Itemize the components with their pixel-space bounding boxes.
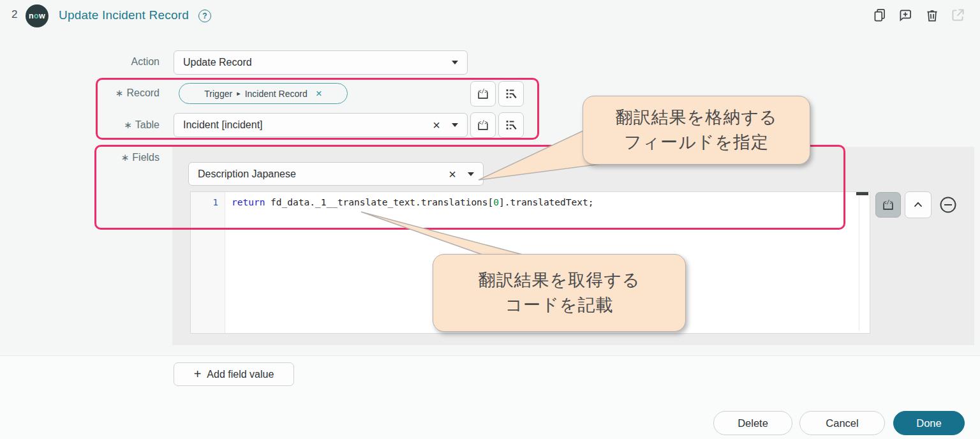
field-clear-icon[interactable]: × — [449, 168, 456, 181]
collapse-field-button[interactable] — [905, 191, 932, 218]
delete-button[interactable]: Delete — [713, 411, 792, 435]
record-label: ∗Record — [77, 87, 160, 99]
record-data-pill-picker-button[interactable] — [498, 81, 524, 107]
delete-trash-icon[interactable] — [924, 7, 940, 26]
action-select[interactable]: Update Record — [174, 50, 468, 75]
remove-field-icon[interactable] — [938, 195, 958, 218]
pill-scope: Trigger — [204, 89, 232, 99]
logo-letter: n — [29, 11, 34, 20]
delete-button-label: Delete — [738, 417, 768, 429]
action-title: Update Incident Record — [59, 8, 189, 22]
line-number: 1 — [213, 197, 218, 207]
pill-arrow-icon: ▸ — [237, 89, 241, 98]
table-select[interactable]: Incident [incident] × — [174, 113, 468, 137]
svg-text:</>: </> — [479, 88, 488, 94]
svg-text:</>: </> — [479, 119, 488, 126]
field-name-select[interactable]: Description Japanese × — [188, 162, 484, 186]
action-select-value: Update Record — [183, 57, 452, 68]
editor-gutter: 1 — [191, 192, 225, 333]
help-glyph: ? — [202, 11, 207, 20]
svg-text:</>: </> — [884, 199, 893, 205]
required-marker: ∗ — [124, 119, 132, 130]
code-number: 0 — [493, 197, 499, 207]
required-marker: ∗ — [121, 152, 130, 163]
duplicate-icon[interactable] — [872, 7, 888, 26]
code-keyword: return — [232, 197, 265, 207]
code-line[interactable]: return fd_data._1__translate_text.transl… — [232, 197, 593, 207]
record-data-pill[interactable]: Trigger ▸ Incident Record × — [179, 83, 348, 104]
flow-action-panel: 2 now Update Incident Record ? Action Up… — [0, 0, 980, 439]
pill-field: Incident Record — [245, 89, 308, 99]
add-comment-icon[interactable] — [897, 7, 914, 26]
servicenow-logo: now — [26, 4, 48, 27]
field-name-value: Description Japanese — [198, 168, 449, 180]
table-label: ∗Table — [77, 119, 160, 131]
help-icon[interactable]: ? — [198, 10, 211, 22]
caret-down-icon[interactable] — [452, 123, 458, 127]
table-clear-icon[interactable]: × — [433, 119, 440, 131]
table-label-text: Table — [135, 119, 160, 130]
code-text: ].translatedText; — [499, 197, 593, 207]
add-field-value-button[interactable]: + Add field value — [174, 362, 294, 386]
required-marker: ∗ — [115, 87, 124, 98]
record-script-toggle-button[interactable]: </> — [470, 81, 496, 107]
done-button-label: Done — [916, 417, 941, 429]
action-label: Action — [77, 56, 160, 68]
caret-down-icon[interactable] — [452, 61, 458, 64]
step-number: 2 — [11, 8, 17, 21]
record-label-text: Record — [126, 87, 160, 98]
pill-remove-icon[interactable]: × — [316, 88, 322, 99]
logo-letter: o — [34, 11, 39, 20]
code-text: fd_data._1__translate_text.translations[ — [265, 197, 493, 207]
logo-letter: w — [39, 11, 45, 20]
script-editor[interactable]: 1 return fd_data._1__translate_text.tran… — [190, 191, 870, 334]
table-script-toggle-button[interactable]: </> — [470, 112, 496, 138]
fields-script-toggle-button[interactable]: </> — [875, 192, 901, 218]
table-select-value: Incident [incident] — [183, 119, 433, 131]
open-in-new-icon[interactable] — [949, 7, 966, 26]
fields-label-text: Fields — [132, 152, 160, 163]
cancel-button-label: Cancel — [826, 417, 858, 429]
cancel-button[interactable]: Cancel — [799, 411, 885, 435]
plus-icon: + — [194, 367, 202, 382]
editor-scrollbar-thumb[interactable] — [856, 192, 868, 195]
fields-label: ∗Fields — [77, 152, 160, 163]
add-field-value-label: Add field value — [207, 369, 274, 380]
done-button[interactable]: Done — [893, 411, 965, 435]
caret-down-icon[interactable] — [468, 172, 474, 176]
callout-text: 翻訳結果を格納する — [616, 105, 778, 130]
editor-scrollbar-track[interactable] — [859, 196, 859, 331]
table-data-pill-picker-button[interactable] — [498, 112, 524, 138]
